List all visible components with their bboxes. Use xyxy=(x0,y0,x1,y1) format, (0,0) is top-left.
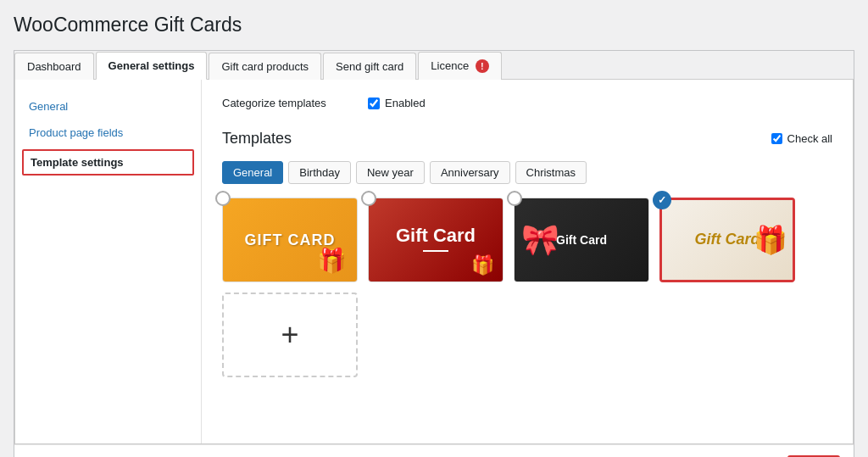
template-red[interactable]: Gift Card 🎁 xyxy=(368,198,504,282)
page-wrapper: WooCommerce Gift Cards Dashboard General… xyxy=(0,0,868,457)
add-template-icon: + xyxy=(281,317,298,353)
filter-btn-christmas[interactable]: Christmas xyxy=(515,161,587,184)
tab-licence[interactable]: Licence ! xyxy=(418,52,501,80)
footer-area: Save xyxy=(14,444,854,457)
content-area: Categorize templates Enabled Templates C… xyxy=(202,80,853,443)
template-radio-dark[interactable] xyxy=(507,191,522,206)
tab-general-settings[interactable]: General settings xyxy=(96,52,208,80)
tab-send-gift-card[interactable]: Send gift card xyxy=(323,53,416,80)
sidebar: General Product page fields Template set… xyxy=(15,80,202,443)
sidebar-item-general[interactable]: General xyxy=(15,93,201,120)
template-dark[interactable]: 🎀 Gift Card xyxy=(514,198,649,282)
templates-grid: GIFT CARD 🎁 Gift Card 🎁 xyxy=(222,198,832,377)
template-yellow[interactable]: GIFT CARD 🎁 xyxy=(222,198,358,282)
template-card-dark: 🎀 Gift Card xyxy=(514,198,649,282)
check-all-checkbox[interactable] xyxy=(771,133,782,144)
categorize-checkbox-group: Enabled xyxy=(368,97,426,109)
check-all-label: Check all xyxy=(787,132,832,145)
template-selected-badge-beige: ✓ xyxy=(653,191,671,209)
template-card-red: Gift Card 🎁 xyxy=(368,198,504,282)
sidebar-item-product-page-fields[interactable]: Product page fields xyxy=(15,120,201,146)
template-beige[interactable]: Gift Card 🎁 ✓ xyxy=(659,198,795,282)
categorize-row: Categorize templates Enabled xyxy=(222,97,832,109)
categorize-label: Categorize templates xyxy=(222,97,358,109)
template-card-beige: Gift Card 🎁 xyxy=(659,198,795,282)
add-template-button[interactable]: + xyxy=(222,293,358,377)
tab-dashboard[interactable]: Dashboard xyxy=(14,53,94,80)
licence-badge: ! xyxy=(476,59,489,73)
sidebar-item-template-settings[interactable]: Template settings xyxy=(22,149,194,176)
template-radio-yellow[interactable] xyxy=(215,191,231,206)
filter-btn-anniversary[interactable]: Anniversary xyxy=(430,161,510,184)
categorize-checkbox[interactable] xyxy=(368,98,380,109)
templates-section-header: Templates Check all xyxy=(222,130,832,148)
templates-title: Templates xyxy=(222,130,292,148)
main-box: Dashboard General settings Gift card pro… xyxy=(14,50,854,457)
page-title: WooCommerce Gift Cards xyxy=(14,14,854,36)
filter-buttons: General Birthday New year Anniversary Ch… xyxy=(222,161,832,184)
check-all-group: Check all xyxy=(771,132,832,145)
filter-btn-new-year[interactable]: New year xyxy=(356,161,425,184)
main-content: General Product page fields Template set… xyxy=(14,80,854,444)
filter-btn-birthday[interactable]: Birthday xyxy=(288,161,351,184)
template-radio-red[interactable] xyxy=(361,191,376,206)
enabled-text: Enabled xyxy=(385,97,426,109)
template-card-yellow: GIFT CARD 🎁 xyxy=(222,198,358,282)
filter-btn-general[interactable]: General xyxy=(222,161,283,184)
tab-gift-card-products[interactable]: Gift card products xyxy=(209,53,321,80)
tabs-bar: Dashboard General settings Gift card pro… xyxy=(14,51,854,80)
